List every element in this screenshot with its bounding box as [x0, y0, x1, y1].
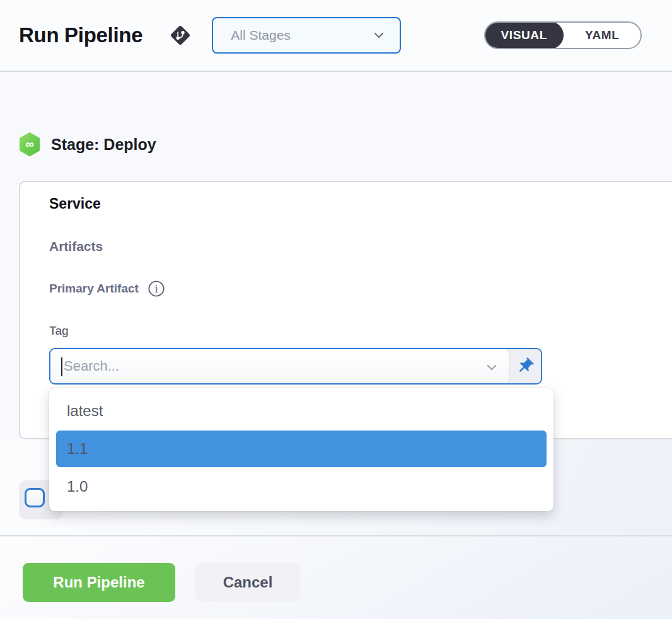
primary-artifact-label: Primary Artifact: [49, 282, 139, 296]
service-title: Service: [49, 195, 101, 212]
stage-selector-value: All Stages: [231, 28, 372, 43]
run-pipeline-dialog: Run Pipeline All Stages VISUAL YAML: [0, 0, 672, 619]
toggle-yaml[interactable]: YAML: [564, 23, 640, 48]
stage-label: Stage: Deploy: [51, 136, 156, 154]
dropdown-option-1.0[interactable]: 1.0: [49, 468, 553, 505]
page-title: Run Pipeline: [19, 23, 142, 47]
tag-field-label: Tag: [49, 324, 69, 338]
git-pipeline-icon: [168, 23, 193, 48]
visual-yaml-toggle: VISUAL YAML: [484, 21, 642, 49]
footer-checkbox[interactable]: [25, 488, 45, 507]
tag-dropdown-menu: latest1.11.0: [49, 388, 553, 511]
stage-selector-dropdown[interactable]: All Stages: [212, 17, 401, 54]
chevron-down-icon: [372, 28, 386, 42]
tag-search-input[interactable]: [50, 349, 509, 383]
primary-artifact-row: Primary Artifact i: [49, 280, 165, 298]
tag-input-wrap: [50, 349, 509, 383]
deploy-stage-hexagon-icon: ∞: [19, 132, 40, 156]
dropdown-option-1.1[interactable]: 1.1: [56, 431, 547, 467]
pin-button[interactable]: [509, 349, 541, 383]
run-pipeline-button[interactable]: Run Pipeline: [23, 563, 175, 602]
pin-icon: [516, 357, 535, 376]
tag-select-control: [49, 348, 542, 385]
toggle-visual[interactable]: VISUAL: [484, 21, 564, 49]
chevron-down-icon[interactable]: [485, 361, 499, 374]
artifacts-section-title: Artifacts: [49, 239, 103, 254]
info-icon[interactable]: i: [148, 280, 165, 298]
dialog-footer: Run Pipeline Cancel: [0, 535, 672, 619]
cancel-button[interactable]: Cancel: [195, 563, 300, 602]
text-caret: [61, 357, 62, 376]
svg-text:i: i: [154, 283, 158, 295]
dialog-header: Run Pipeline All Stages VISUAL YAML: [0, 0, 672, 72]
stage-row: ∞ Stage: Deploy: [19, 132, 156, 156]
infinity-glyph: ∞: [25, 137, 34, 151]
dropdown-option-latest[interactable]: latest: [49, 393, 553, 429]
